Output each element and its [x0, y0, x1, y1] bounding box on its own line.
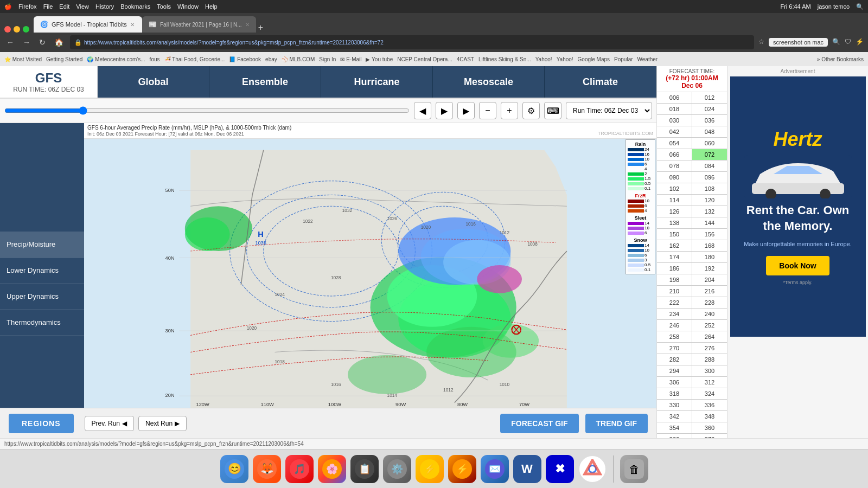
dock-chrome[interactable] [578, 455, 607, 483]
edit-menu[interactable]: Edit [59, 3, 69, 10]
settings-button[interactable]: ⚙ [522, 102, 540, 119]
forecast-hour-252[interactable]: 252 [692, 320, 727, 331]
forecast-hour-288[interactable]: 288 [692, 354, 727, 365]
forecast-hour-096[interactable]: 096 [692, 172, 727, 183]
forecast-hour-036[interactable]: 036 [692, 115, 727, 126]
forecast-hour-006[interactable]: 006 [657, 92, 692, 103]
forecast-hour-276[interactable]: 276 [692, 343, 727, 354]
new-tab-button[interactable]: + [258, 23, 263, 33]
window-minimize[interactable] [14, 26, 20, 33]
dock-mail[interactable]: ✉️ [481, 455, 509, 483]
forecast-hour-174[interactable]: 174 [657, 252, 692, 262]
dock-weather[interactable]: ⚡ [416, 455, 444, 483]
sidebar-item-precip[interactable]: Precip/Moisture [0, 232, 84, 258]
bookmarks-menu[interactable]: Bookmarks [120, 3, 150, 10]
bookmark-other[interactable]: » Other Bookmarks [817, 56, 864, 62]
bookmark-liftlines[interactable]: Liftlines Skiing & Sn... [478, 56, 531, 62]
bookmark-fous[interactable]: fous [150, 56, 160, 62]
bookmark-facebook[interactable]: 📘 Facebook [229, 56, 261, 62]
forecast-hour-078[interactable]: 078 [657, 160, 692, 171]
forecast-hour-072[interactable]: 072 [692, 149, 727, 160]
forecast-hour-102[interactable]: 102 [657, 183, 692, 194]
window-close[interactable] [4, 26, 11, 33]
forecast-hour-300[interactable]: 300 [692, 365, 727, 376]
sidebar-item-thermo[interactable]: Thermodynamics [0, 310, 84, 336]
forecast-hour-258[interactable]: 258 [657, 331, 692, 342]
forecast-hour-168[interactable]: 168 [692, 240, 727, 251]
prev-run-button[interactable]: Prev. Run ◀ [85, 416, 134, 431]
bookmark-yahoo1[interactable]: Yahoo! [535, 56, 552, 62]
forecast-hour-030[interactable]: 030 [657, 115, 692, 126]
play-button[interactable]: ▶ [436, 102, 453, 119]
back-button[interactable]: ← [4, 37, 16, 48]
bookmark-email[interactable]: ✉ E-Mail [340, 56, 361, 62]
forecast-hour-144[interactable]: 144 [692, 217, 727, 228]
tab-active[interactable]: 🌀 GFS Model - Tropical Tidbits ✕ [34, 16, 142, 33]
trend-gif-button[interactable]: TREND GIF [585, 414, 648, 433]
address-bar[interactable]: 🔒 https://www.tropicaltidbits.com/analys… [70, 35, 754, 49]
forecast-hour-270[interactable]: 270 [657, 343, 692, 354]
forecast-hour-126[interactable]: 126 [657, 206, 692, 217]
forecast-hour-246[interactable]: 246 [657, 320, 692, 331]
regions-button[interactable]: REGIONS [9, 414, 74, 433]
forecast-hour-348[interactable]: 348 [692, 411, 727, 422]
bookmark-4cast[interactable]: 4CAST [457, 56, 474, 62]
forecast-hour-048[interactable]: 048 [692, 126, 727, 137]
forecast-hour-054[interactable]: 054 [657, 138, 692, 149]
bookmark-popular[interactable]: Popular [614, 56, 633, 62]
dock-system-prefs[interactable]: ⚙️ [383, 455, 411, 483]
dock-clipboard[interactable]: 📋 [350, 455, 379, 483]
forecast-hour-090[interactable]: 090 [657, 172, 692, 183]
forecast-hour-342[interactable]: 342 [657, 411, 692, 422]
bookmark-ebay[interactable]: ebay [265, 56, 277, 62]
forecast-hour-162[interactable]: 162 [657, 240, 692, 251]
time-slider[interactable] [4, 106, 410, 115]
search-icon[interactable]: 🔍 [856, 3, 864, 10]
forecast-hour-192[interactable]: 192 [692, 263, 727, 274]
forecast-hour-264[interactable]: 264 [692, 331, 727, 342]
run-time-select[interactable]: Run Time: 06Z Dec 03 [566, 102, 652, 119]
forecast-hour-018[interactable]: 018 [657, 104, 692, 114]
dock-finder[interactable]: 😊 [220, 455, 248, 483]
forecast-gif-button[interactable]: FORECAST GIF [500, 414, 578, 433]
dock-trash[interactable]: 🗑 [620, 455, 648, 483]
forecast-hour-306[interactable]: 306 [657, 377, 692, 388]
forecast-hour-138[interactable]: 138 [657, 217, 692, 228]
bookmark-most-visited[interactable]: ⭐ Most Visited [4, 56, 42, 62]
bookmark-getting-started[interactable]: Getting Started [46, 56, 82, 62]
forecast-hour-366[interactable]: 366 [657, 434, 692, 438]
tab-close-2[interactable]: ✕ [245, 22, 250, 28]
forecast-hour-108[interactable]: 108 [692, 183, 727, 194]
bookmark-weather[interactable]: Weather [637, 56, 658, 62]
search-box[interactable]: screenshot on mac [769, 38, 828, 47]
forecast-hour-216[interactable]: 216 [692, 286, 727, 297]
tab-ensemble[interactable]: Ensemble [209, 66, 321, 98]
dock-music[interactable]: 🎵 [285, 455, 314, 483]
file-menu[interactable]: File [43, 3, 53, 10]
tab-hurricane[interactable]: Hurricane [321, 66, 433, 98]
bookmark-youtube[interactable]: ▶ You tube [366, 56, 393, 62]
bookmark-signin[interactable]: Sign In [319, 56, 336, 62]
zoom-out-button[interactable]: − [479, 102, 496, 119]
forecast-hour-180[interactable]: 180 [692, 252, 727, 262]
bookmark-yahoo2[interactable]: Yahoo! [557, 56, 573, 62]
reload-button[interactable]: ↻ [37, 37, 48, 48]
forecast-hour-228[interactable]: 228 [692, 297, 727, 308]
tools-menu[interactable]: Tools [157, 3, 171, 10]
bookmark-thai[interactable]: 🍜 Thai Food, Grocerie... [164, 56, 225, 62]
forecast-hour-324[interactable]: 324 [692, 388, 727, 399]
forecast-hour-222[interactable]: 222 [657, 297, 692, 308]
forecast-hour-198[interactable]: 198 [657, 274, 692, 285]
dock-x[interactable]: ✖ [546, 455, 574, 483]
forecast-hour-156[interactable]: 156 [692, 229, 727, 240]
shield-icon[interactable]: 🛡 [845, 38, 851, 47]
history-menu[interactable]: History [95, 3, 114, 10]
ad-cta-button[interactable]: Book Now [766, 256, 829, 275]
forecast-hour-360[interactable]: 360 [692, 422, 727, 433]
keyboard-button[interactable]: ⌨ [544, 102, 561, 119]
forecast-hour-024[interactable]: 024 [692, 104, 727, 114]
nav-search-icon[interactable]: 🔍 [832, 38, 840, 47]
forecast-hour-042[interactable]: 042 [657, 126, 692, 137]
bookmark-mlb[interactable]: ⚾ MLB.COM [282, 56, 315, 62]
tab-inactive[interactable]: 📰 Fall Weather 2021 | Page 16 | N... ✕ [142, 16, 256, 33]
